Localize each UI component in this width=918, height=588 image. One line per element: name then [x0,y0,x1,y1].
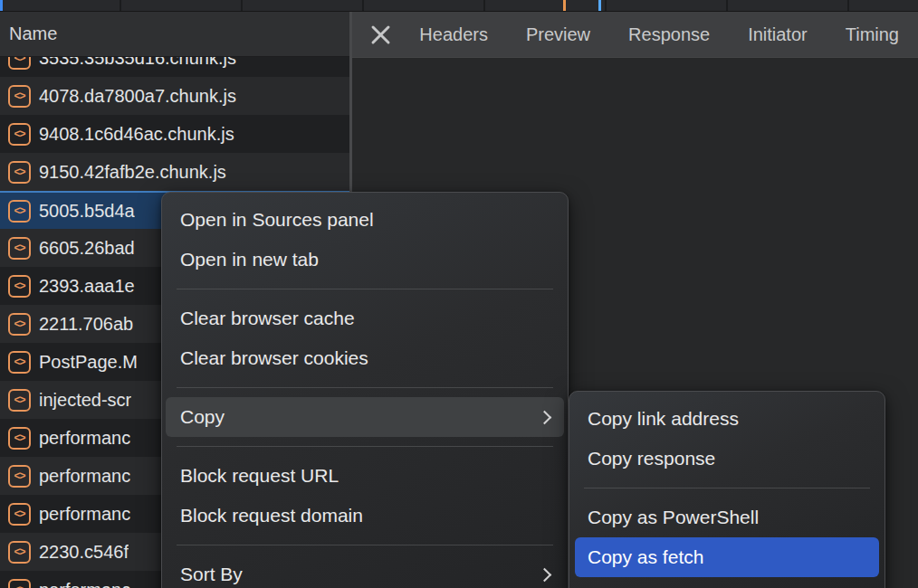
menu-item-label: Block request domain [180,505,363,526]
request-name-label: injected-scr [39,390,131,411]
script-file-icon: <> [8,200,31,223]
menu-item-label: Copy [180,406,225,428]
script-file-icon: <> [8,427,31,450]
menu-item-open-in-sources-panel[interactable]: Open in Sources panel [162,200,568,240]
chevron-right-icon [538,567,552,582]
script-file-icon: <> [8,503,31,526]
menu-item-open-in-new-tab[interactable]: Open in new tab [162,240,568,280]
load-marker [598,0,601,11]
close-icon[interactable] [368,23,389,47]
chevron-right-icon [538,410,552,424]
menu-item-label: Open in Sources panel [180,209,374,231]
menu-item-sort-by[interactable]: Sort By [162,555,568,588]
menu-separator [177,545,553,545]
tab-preview[interactable]: Preview [507,12,609,58]
menu-item-copy-as-fetch[interactable]: Copy as fetch [575,537,879,577]
menu-item-copy-response[interactable]: Copy response [569,439,885,479]
tab-headers[interactable]: Headers [400,12,507,58]
script-file-icon: <> [8,123,31,146]
table-row[interactable]: <>9150.42fafb2e.chunk.js [0,153,349,191]
request-name-label: 2211.706ab [39,314,133,335]
context-menu: Open in Sources panelOpen in new tabClea… [161,192,569,588]
script-file-icon: <> [8,389,31,412]
menu-item-label: Block request URL [180,465,339,487]
dcl-marker [563,0,566,11]
request-name-label: performanc [39,428,130,449]
request-name-label: 3535.35b35d16.chunk.js [39,57,236,69]
table-row[interactable]: <>9408.1c6d46ac.chunk.js [0,115,349,153]
script-file-icon: <> [8,57,31,70]
request-name-label: performanc [39,580,130,588]
menu-item-block-request-url[interactable]: Block request URL [162,456,568,496]
request-name-label: 2393.aaa1e [39,276,135,297]
menu-item-label: Copy response [588,448,715,469]
script-file-icon: <> [8,237,31,260]
request-name-label: performanc [39,466,130,487]
request-name-label: 2230.c546f [39,542,129,563]
menu-item-clear-browser-cookies[interactable]: Clear browser cookies [162,338,568,378]
table-row[interactable]: <>4078.da7800a7.chunk.js [0,77,349,115]
menu-separator [177,387,553,388]
script-file-icon: <> [8,275,31,298]
request-name-label: PostPage.M [39,352,138,373]
menu-item-copy[interactable]: Copy [166,397,564,437]
request-name-label: 9150.42fafb2e.chunk.js [39,162,226,183]
script-file-icon: <> [8,465,31,488]
request-name-label: performanc [39,504,130,525]
request-name-label: 5005.b5d4a [39,201,135,222]
request-name-label: 9408.1c6d46ac.chunk.js [39,124,234,145]
tab-response[interactable]: Response [609,12,729,58]
request-name-label: 6605.26bad [39,238,135,259]
script-file-icon: <> [8,541,31,564]
devtools-network-panel: Name <>3535.35b35d16.chunk.js<>4078.da78… [0,0,918,588]
menu-item-label: Copy as fetch [588,546,703,568]
menu-item-label: Open in new tab [180,249,319,270]
detail-tab-bar: HeadersPreviewResponseInitiatorTiming [352,12,918,58]
menu-separator [584,488,870,488]
menu-item-copy-as-powershell[interactable]: Copy as PowerShell [569,498,885,537]
table-row[interactable]: <>3535.35b35d16.chunk.js [0,57,349,77]
menu-separator [177,289,553,289]
menu-item-label: Sort By [180,564,243,585]
menu-item-label: Copy as PowerShell [588,507,759,528]
tab-initiator[interactable]: Initiator [729,12,827,58]
copy-submenu: Copy link addressCopy responseCopy as Po… [569,391,885,588]
menu-item-label: Clear browser cookies [180,347,368,369]
menu-item-block-request-domain[interactable]: Block request domain [162,496,568,536]
script-file-icon: <> [8,579,31,588]
script-file-icon: <> [8,351,31,374]
menu-item-label: Copy link address [588,408,739,430]
name-column-header-label: Name [9,24,57,44]
detail-tabs: HeadersPreviewResponseInitiatorTiming [400,12,918,58]
script-file-icon: <> [8,161,31,184]
name-column-header[interactable]: Name [0,12,349,57]
menu-item-copy-link-address[interactable]: Copy link address [569,399,885,439]
network-overview-timeline[interactable] [0,0,918,12]
menu-item-clear-browser-cache[interactable]: Clear browser cache [162,299,568,338]
request-name-label: 4078.da7800a7.chunk.js [39,86,236,107]
load-marker-left [0,0,3,11]
menu-separator [177,446,553,447]
menu-item-label: Clear browser cache [180,308,355,329]
script-file-icon: <> [8,85,31,108]
tab-timing[interactable]: Timing [827,12,918,58]
script-file-icon: <> [8,313,31,336]
